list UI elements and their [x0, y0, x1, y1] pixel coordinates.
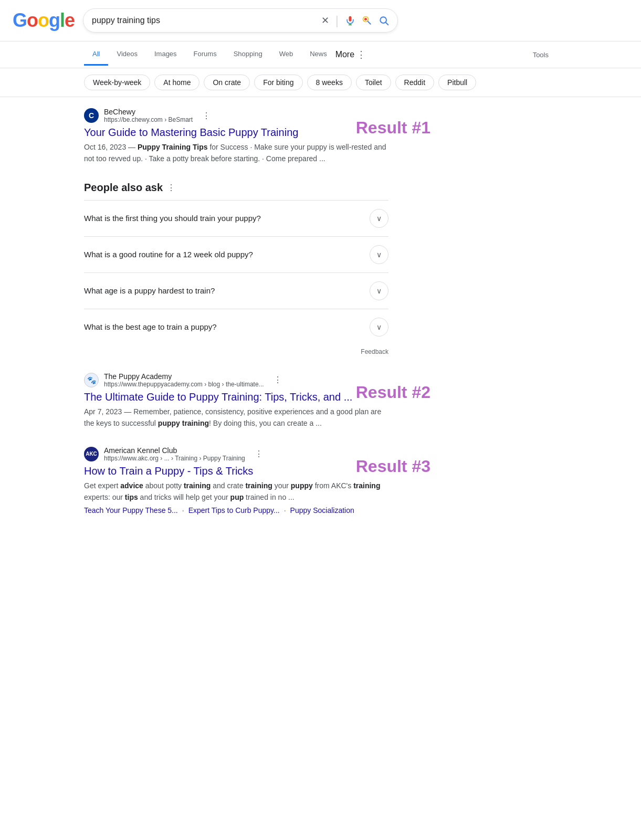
feedback-link[interactable]: Feedback [84, 348, 388, 355]
more-dots-icon: ⋮ [356, 49, 366, 60]
people-also-ask: People also ask ⋮ What is the first thin… [84, 182, 388, 355]
result-2-site-icon: 🐾 [84, 373, 99, 387]
paa-chevron-3: ∨ [370, 281, 388, 300]
search-icons: ✕ | [321, 13, 389, 28]
paa-chevron-1: ∨ [370, 209, 388, 228]
result-2: 🐾 The Puppy Academy https://www.thepuppy… [84, 372, 388, 429]
result-2-site-url: https://www.thepuppyacademy.com › blog ›… [104, 381, 264, 388]
result-3-label: Result #3 [356, 457, 430, 476]
chip-on-crate[interactable]: On crate [204, 75, 250, 90]
voice-icon[interactable] [345, 15, 355, 26]
result-1-site-icon: C [84, 108, 99, 123]
paa-title: People also ask [84, 182, 163, 194]
paa-question-2-text: What is a good routine for a 12 week old… [84, 250, 253, 259]
chip-week-by-week[interactable]: Week-by-week [84, 75, 150, 90]
chip-reddit[interactable]: Reddit [395, 75, 434, 90]
chip-8-weeks[interactable]: 8 weeks [307, 75, 352, 90]
paa-question-2[interactable]: What is a good routine for a 12 week old… [84, 236, 388, 272]
result-3-header: AKC American Kennel Club https://www.akc… [84, 446, 388, 462]
result-3-title[interactable]: How to Train a Puppy - Tips & Tricks [84, 464, 388, 478]
paa-menu-icon[interactable]: ⋮ [167, 183, 175, 193]
result-1-snippet: Oct 16, 2023 — Puppy Training Tips for S… [84, 141, 388, 165]
search-icon[interactable] [379, 15, 389, 26]
result-2-snippet: Apr 7, 2023 — Remember, patience, consis… [84, 406, 388, 429]
paa-question-4[interactable]: What is the best age to train a puppy? ∨ [84, 309, 388, 345]
result-1-menu-icon[interactable]: ⋮ [202, 111, 211, 121]
chip-pitbull[interactable]: Pitbull [438, 75, 476, 90]
result-1-site-name: BeChewy [104, 108, 193, 116]
paa-question-4-text: What is the best age to train a puppy? [84, 322, 217, 331]
header: Google ✕ | [0, 0, 641, 41]
result-1-label: Result #1 [356, 118, 430, 138]
chip-toilet[interactable]: Toilet [356, 75, 391, 90]
paa-question-1[interactable]: What is the first thing you should train… [84, 200, 388, 236]
lens-icon[interactable] [362, 15, 372, 26]
tab-videos[interactable]: Videos [108, 44, 146, 66]
result-2-title[interactable]: The Ultimate Guide to Puppy Training: Ti… [84, 390, 388, 404]
main-content: C BeChewy https://be.chewy.com › BeSmart… [0, 97, 472, 542]
paa-question-3-text: What age is a puppy hardest to train? [84, 286, 215, 295]
svg-rect-0 [349, 16, 352, 22]
result-2-site-info: The Puppy Academy https://www.thepuppyac… [104, 372, 264, 388]
paa-header: People also ask ⋮ [84, 182, 388, 194]
result-3-site-icon: AKC [84, 447, 99, 461]
tab-shopping[interactable]: Shopping [225, 44, 271, 66]
tab-tools[interactable]: Tools [524, 45, 557, 65]
tab-images[interactable]: Images [146, 44, 185, 66]
tab-all[interactable]: All [84, 44, 108, 66]
search-input[interactable] [92, 16, 317, 25]
nav-tabs: All Videos Images Forums Shopping Web Ne… [0, 41, 641, 68]
search-bar[interactable]: ✕ | [83, 8, 398, 33]
sub-link-1[interactable]: Teach Your Puppy These 5... [84, 506, 178, 514]
more-label: More [335, 50, 354, 59]
result-1-site-info: BeChewy https://be.chewy.com › BeSmart [104, 108, 193, 123]
chip-at-home[interactable]: At home [154, 75, 199, 90]
result-1-header: C BeChewy https://be.chewy.com › BeSmart… [84, 108, 388, 123]
tab-more[interactable]: More ⋮ [335, 49, 366, 60]
result-3: AKC American Kennel Club https://www.akc… [84, 446, 388, 515]
result-2-label: Result #2 [356, 383, 430, 402]
result-3-menu-icon[interactable]: ⋮ [255, 449, 263, 459]
chip-for-biting[interactable]: For biting [254, 75, 302, 90]
svg-point-4 [364, 18, 367, 20]
result-3-site-info: American Kennel Club https://www.akc.org… [104, 446, 245, 462]
paa-question-1-text: What is the first thing you should train… [84, 214, 261, 223]
result-2-site-name: The Puppy Academy [104, 372, 264, 381]
result-3-site-url: https://www.akc.org › ... › Training › P… [104, 455, 245, 462]
paa-chevron-2: ∨ [370, 245, 388, 264]
paa-chevron-4: ∨ [370, 318, 388, 337]
result-1-site-url: https://be.chewy.com › BeSmart [104, 116, 193, 123]
filter-chips: Week-by-week At home On crate For biting… [0, 68, 641, 97]
result-3-sub-links: Teach Your Puppy These 5... · Expert Tip… [84, 506, 388, 514]
tab-news[interactable]: News [301, 44, 335, 66]
clear-icon[interactable]: ✕ [321, 15, 329, 26]
result-2-menu-icon[interactable]: ⋮ [274, 375, 282, 385]
paa-question-3[interactable]: What age is a puppy hardest to train? ∨ [84, 272, 388, 309]
svg-line-5 [368, 22, 371, 24]
sub-link-2[interactable]: Expert Tips to Curb Puppy... [188, 506, 280, 514]
sub-link-3[interactable]: Puppy Socialization [290, 506, 354, 514]
result-1: C BeChewy https://be.chewy.com › BeSmart… [84, 108, 388, 165]
google-logo: Google [13, 9, 75, 32]
svg-line-7 [386, 23, 388, 25]
result-3-snippet: Get expert advice about potty training a… [84, 480, 388, 503]
result-1-title[interactable]: Your Guide to Mastering Basic Puppy Trai… [84, 125, 388, 139]
result-3-site-name: American Kennel Club [104, 446, 245, 455]
result-2-header: 🐾 The Puppy Academy https://www.thepuppy… [84, 372, 388, 388]
divider: | [335, 13, 339, 28]
tab-web[interactable]: Web [271, 44, 302, 66]
tab-forums[interactable]: Forums [185, 44, 225, 66]
